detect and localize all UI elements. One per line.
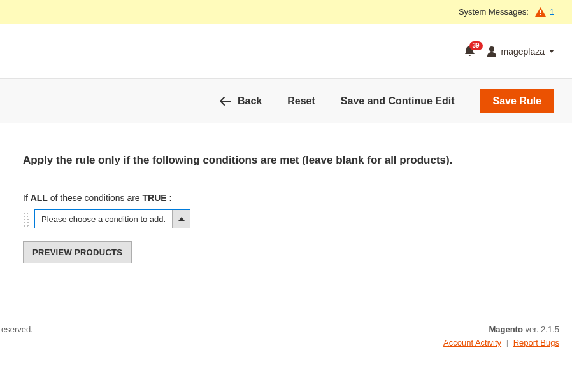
condition-select-text[interactable]: Please choose a condition to add.	[35, 210, 172, 228]
svg-point-2	[489, 46, 494, 52]
system-messages-bar[interactable]: System Messages: 1	[0, 0, 572, 24]
footer-version: ver. 2.1.5	[523, 325, 559, 334]
chevron-down-icon	[549, 50, 554, 53]
footer-left: eserved.	[1, 325, 33, 334]
action-bar: Back Reset Save and Continue Edit Save R…	[0, 78, 572, 123]
footer-separator	[0, 304, 572, 304]
section-title: Apply the rule only if the following con…	[23, 154, 549, 176]
condition-value[interactable]: TRUE	[143, 193, 167, 203]
condition-sentence: If ALL of these conditions are TRUE :	[23, 193, 549, 203]
sentence-suffix: :	[167, 193, 172, 203]
reset-button[interactable]: Reset	[287, 95, 315, 107]
user-menu[interactable]: mageplaza	[487, 46, 555, 57]
footer-brand: Magento	[489, 325, 522, 334]
sentence-prefix: If	[23, 193, 31, 203]
notifications-button[interactable]: 39	[464, 45, 475, 57]
system-messages-label: System Messages:	[459, 7, 529, 17]
content-area: Apply the rule only if the following con…	[0, 123, 572, 263]
arrow-left-icon	[220, 97, 231, 106]
notification-badge: 39	[469, 41, 483, 50]
drag-handle-icon[interactable]	[23, 211, 29, 227]
condition-row: Please choose a condition to add.	[23, 209, 549, 228]
condition-select-toggle[interactable]	[172, 210, 190, 228]
footer: eserved. Magento ver. 2.1.5 Account Acti…	[0, 318, 572, 347]
account-activity-link[interactable]: Account Activity	[443, 338, 501, 347]
save-continue-button[interactable]: Save and Continue Edit	[341, 95, 455, 107]
system-messages-count[interactable]: 1	[550, 7, 554, 17]
back-label: Back	[238, 95, 262, 107]
sentence-mid: of these conditions are	[48, 193, 143, 203]
svg-rect-1	[540, 14, 541, 15]
user-icon	[487, 46, 497, 57]
footer-links: Account Activity | Report Bugs	[443, 338, 559, 347]
svg-rect-0	[540, 10, 541, 13]
page-header: 39 mageplaza	[0, 24, 572, 78]
chevron-up-icon	[178, 217, 185, 221]
save-rule-button[interactable]: Save Rule	[480, 89, 554, 113]
back-button[interactable]: Back	[220, 95, 262, 107]
warning-icon	[535, 7, 546, 17]
link-separator: |	[506, 338, 508, 347]
footer-right: Magento ver. 2.1.5 Account Activity | Re…	[443, 325, 559, 347]
preview-products-button[interactable]: PREVIEW PRODUCTS	[23, 241, 132, 263]
user-name: mageplaza	[501, 46, 545, 57]
condition-select[interactable]: Please choose a condition to add.	[34, 209, 190, 228]
condition-aggregator[interactable]: ALL	[31, 193, 48, 203]
report-bugs-link[interactable]: Report Bugs	[513, 338, 559, 347]
